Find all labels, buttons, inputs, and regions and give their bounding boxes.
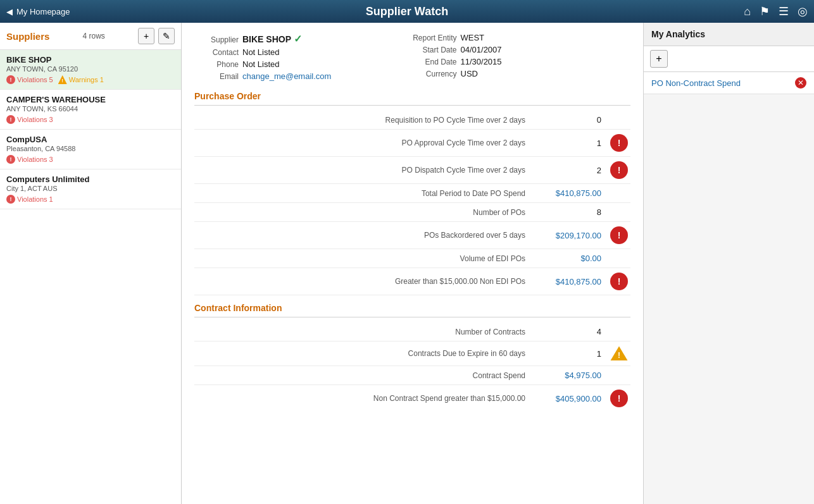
verified-icon: ✓ (294, 33, 302, 45)
contract-value-2: 1 (544, 349, 608, 359)
supplier-name: BIKE SHOP (6, 55, 175, 65)
analytics-item-po-non-contract: PO Non-Contract Spend ✕ (644, 72, 814, 94)
po-row-6: POs Backordered over 5 days $209,170.00 … (194, 222, 630, 249)
contract-value-3[interactable]: $4,975.00 (544, 371, 608, 380)
menu-icon[interactable]: ☰ (779, 4, 789, 18)
contract-alert-2[interactable]: ! (608, 346, 630, 361)
violation-icon: ! (6, 155, 15, 164)
violations-count: Violations 3 (17, 116, 53, 123)
po-label-4: Total Period to Date PO Spend (194, 189, 544, 198)
start-date-label: Start Date (413, 46, 457, 54)
error-alert-icon[interactable]: ! (610, 134, 628, 152)
phone-row: Phone Not Listed (194, 59, 413, 69)
contact-value: Not Listed (242, 47, 280, 57)
error-alert-icon[interactable]: ! (610, 161, 628, 179)
flag-icon[interactable]: ⚑ (760, 4, 770, 18)
po-row-3: PO Dispatch Cycle Time over 2 days 2 ! (194, 157, 630, 184)
supplier-item-computers-unlimited[interactable]: Computers Unlimited City 1, ACT AUS ! Vi… (0, 169, 181, 209)
sidebar-actions: + ✎ (138, 28, 175, 44)
po-alert-8[interactable]: ! (608, 273, 630, 290)
po-label-6: POs Backordered over 5 days (194, 231, 544, 240)
warning-alert-icon[interactable]: ! (610, 346, 628, 361)
remove-analytics-button[interactable]: ✕ (795, 77, 806, 89)
violation-icon: ! (6, 115, 15, 124)
back-nav[interactable]: ◀ My Homepage (6, 7, 101, 16)
sidebar-row-count: 4 rows (83, 32, 105, 40)
contract-row-4: Non Contract Spend greater than $15,000.… (194, 385, 630, 412)
po-row-4: Total Period to Date PO Spend $410,875.0… (194, 184, 630, 203)
start-date-value: 04/01/2007 (461, 45, 502, 54)
end-date-row: End Date 11/30/2015 (413, 57, 631, 66)
violations-count: Violations 5 (17, 76, 53, 83)
edit-supplier-button[interactable]: ✎ (158, 28, 175, 44)
po-value-5: 8 (544, 207, 608, 217)
contact-row: Contact Not Listed (194, 47, 413, 57)
contract-label-2: Contracts Due to Expire in 60 days (194, 349, 544, 358)
warnings-count: Warnings 1 (69, 76, 104, 83)
end-date-value: 11/30/2015 (461, 57, 502, 66)
detail-content: Supplier BIKE SHOP ✓ Contact Not Listed … (182, 23, 643, 504)
report-entity-row: Report Entity WEST (413, 33, 631, 42)
po-alert-2[interactable]: ! (608, 134, 630, 152)
po-value-7[interactable]: $0.00 (544, 254, 608, 263)
add-analytics-button[interactable]: + (650, 50, 668, 68)
error-alert-icon[interactable]: ! (610, 226, 628, 244)
supplier-value: BIKE SHOP ✓ (242, 33, 302, 45)
po-value-6[interactable]: $209,170.00 (544, 231, 608, 240)
contract-value-1: 4 (544, 327, 608, 336)
analytics-item-label[interactable]: PO Non-Contract Spend (651, 78, 741, 88)
po-value-2: 1 (544, 138, 608, 148)
po-alert-3[interactable]: ! (608, 161, 630, 179)
error-alert-icon[interactable]: ! (610, 273, 628, 290)
start-date-row: Start Date 04/01/2007 (413, 45, 631, 54)
violation-icon: ! (6, 195, 15, 204)
violations-badge: ! Violations 1 (6, 195, 53, 204)
warning-icon: ! (58, 75, 67, 84)
contract-label-4: Non Contract Spend greater than $15,000.… (194, 394, 544, 403)
po-alert-6[interactable]: ! (608, 226, 630, 244)
contract-value-4[interactable]: $405,900.00 (544, 394, 608, 403)
contract-label-1: Number of Contracts (194, 328, 544, 336)
po-value-4[interactable]: $410,875.00 (544, 188, 608, 198)
contract-row-3: Contract Spend $4,975.00 (194, 366, 630, 385)
compass-icon[interactable]: ◎ (798, 4, 808, 18)
contract-label-3: Contract Spend (194, 371, 544, 380)
po-row-8: Greater than $15,000.00 Non EDI POs $410… (194, 268, 630, 295)
supplier-row: Supplier BIKE SHOP ✓ (194, 33, 413, 45)
supplier-badges: ! Violations 3 (6, 155, 175, 164)
back-arrow-icon: ◀ (6, 7, 13, 16)
po-row-7: Volume of EDI POs $0.00 (194, 249, 630, 268)
analytics-panel: My Analytics + PO Non-Contract Spend ✕ (643, 23, 814, 504)
currency-label: Currency (413, 70, 457, 78)
email-value[interactable]: change_me@email.com (242, 71, 331, 81)
analytics-toolbar: + (644, 46, 814, 72)
add-supplier-button[interactable]: + (138, 28, 154, 44)
po-value-8[interactable]: $410,875.00 (544, 277, 608, 286)
sidebar-header: Suppliers 4 rows + ✎ (0, 23, 181, 50)
po-section-title: Purchase Order (194, 91, 630, 101)
supplier-info-left: Supplier BIKE SHOP ✓ Contact Not Listed … (194, 33, 413, 81)
home-icon[interactable]: ⌂ (744, 5, 751, 18)
po-value-1: 0 (544, 115, 608, 125)
supplier-name: Computers Unlimited (6, 175, 175, 184)
phone-value: Not Listed (242, 59, 280, 69)
supplier-item-bike-shop[interactable]: BIKE SHOP ANY TOWN, CA 95120 ! Violation… (0, 50, 181, 90)
supplier-label: Supplier (194, 35, 239, 44)
contact-label: Contact (194, 48, 239, 57)
po-row-2: PO Approval Cycle Time over 2 days 1 ! (194, 130, 630, 157)
po-divider (194, 105, 630, 106)
email-label: Email (194, 72, 239, 81)
violations-count: Violations 3 (17, 156, 53, 163)
error-alert-icon[interactable]: ! (610, 390, 628, 407)
supplier-item-campers-warehouse[interactable]: CAMPER'S WAREHOUSE ANY TOWN, KS 66044 ! … (0, 90, 181, 130)
end-date-label: End Date (413, 58, 457, 66)
contract-row-2: Contracts Due to Expire in 60 days 1 ! (194, 341, 630, 366)
po-label-2: PO Approval Cycle Time over 2 days (194, 138, 544, 147)
currency-row: Currency USD (413, 69, 631, 78)
supplier-item-compusa[interactable]: CompUSA Pleasanton, CA 94588 ! Violation… (0, 130, 181, 169)
homepage-link[interactable]: My Homepage (16, 7, 70, 16)
warnings-badge: ! Warnings 1 (58, 75, 104, 84)
po-label-3: PO Dispatch Cycle Time over 2 days (194, 166, 544, 175)
po-row-5: Number of POs 8 (194, 203, 630, 222)
contract-alert-4[interactable]: ! (608, 390, 630, 407)
